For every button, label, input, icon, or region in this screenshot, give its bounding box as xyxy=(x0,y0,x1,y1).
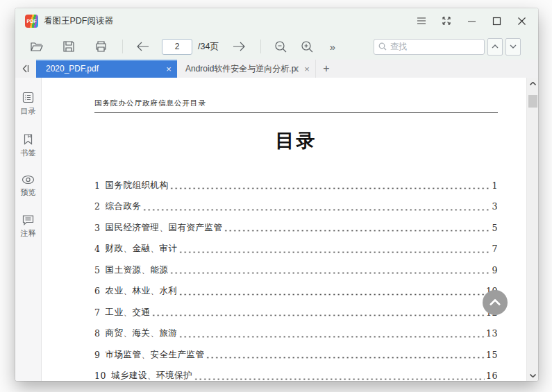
tab-bar: 2020_PDF.pdf × Android软件安全与逆向分析.pdf × + xyxy=(15,60,538,78)
sidebar-item-label: 目录 xyxy=(21,106,36,117)
toc-num: 1 xyxy=(94,180,100,191)
toc-num: 4 xyxy=(94,244,100,254)
sidebar-item-label: 书签 xyxy=(21,148,36,158)
open-file-icon[interactable] xyxy=(29,39,44,54)
toc-row[interactable]: 10城乡建设、环境保护16 xyxy=(94,366,498,382)
search-area xyxy=(374,38,521,56)
fullscreen-icon[interactable] xyxy=(441,15,452,26)
find-previous-button[interactable] xyxy=(487,38,503,56)
header-rule xyxy=(94,112,498,113)
search-box[interactable] xyxy=(374,39,485,55)
toc-list: 1国务院组织机构1 2综合政务3 3国民经济管理、国有资产监管5 4财政、金融、… xyxy=(94,175,498,381)
dot-leader xyxy=(178,239,490,260)
dot-leader xyxy=(194,366,485,382)
sidebar: 目录 书签 预览 注释 xyxy=(15,78,42,381)
back-to-top-button[interactable] xyxy=(483,290,508,315)
sidebar-item-label: 预览 xyxy=(21,187,36,198)
app-title: 看图王PDF阅读器 xyxy=(44,15,113,27)
tab-document-2[interactable]: Android软件安全与逆向分析.pdf × xyxy=(177,60,316,78)
page-number-input[interactable] xyxy=(162,39,192,55)
dot-leader xyxy=(142,196,490,218)
toc-title: 国务院组织机构 xyxy=(105,180,168,191)
toc-page: 3 xyxy=(492,201,498,212)
zoom-out-icon[interactable] xyxy=(274,39,289,54)
pdf-page: 国务院办公厅政府信息公开目录 目录 1国务院组织机构1 2综合政务3 3国民经济… xyxy=(42,78,526,381)
vertical-scrollbar[interactable] xyxy=(526,78,538,381)
toc-num: 9 xyxy=(94,350,100,360)
sidebar-item-toc[interactable]: 目录 xyxy=(21,92,36,117)
scrollbar-thumb[interactable] xyxy=(528,95,537,108)
bookmark-icon xyxy=(22,133,34,145)
new-tab-icon[interactable]: + xyxy=(316,60,337,78)
print-icon[interactable] xyxy=(93,39,108,54)
app-window: PDF 看图王PDF阅读器 xyxy=(15,8,538,381)
chevron-up-icon xyxy=(489,299,501,306)
toc-row[interactable]: 8商贸、海关、旅游13 xyxy=(94,323,498,345)
window-controls xyxy=(416,15,527,26)
document-title: 目录 xyxy=(94,130,498,152)
tab-document-1[interactable]: 2020_PDF.pdf × xyxy=(36,60,177,78)
dot-leader xyxy=(169,175,490,196)
toc-row[interactable]: 2综合政务3 xyxy=(94,196,498,218)
maximize-icon[interactable] xyxy=(491,15,502,26)
toc-row[interactable]: 4财政、金融、审计7 xyxy=(94,239,498,260)
save-icon[interactable] xyxy=(61,39,76,54)
scroll-up-icon[interactable] xyxy=(527,78,538,89)
next-page-icon[interactable] xyxy=(231,39,246,54)
menu-icon[interactable] xyxy=(416,15,427,26)
toc-page: 9 xyxy=(492,265,498,275)
toc-page: 5 xyxy=(492,223,498,233)
toc-row[interactable]: 9市场监管、安全生产监管15 xyxy=(94,344,498,366)
dot-leader xyxy=(151,302,485,323)
dot-leader xyxy=(178,323,485,345)
toc-page: 16 xyxy=(486,370,498,381)
tab-close-icon[interactable]: × xyxy=(299,64,315,74)
sidebar-item-annotations[interactable]: 注释 xyxy=(21,214,36,239)
dot-leader xyxy=(169,259,490,281)
more-tools-icon[interactable]: » xyxy=(325,39,340,54)
toolbar: /34页 » xyxy=(15,33,538,60)
title-bar: PDF 看图王PDF阅读器 xyxy=(15,8,538,33)
toc-num: 10 xyxy=(94,370,106,381)
search-icon xyxy=(378,42,387,51)
scroll-down-icon[interactable] xyxy=(527,370,538,381)
toc-title: 商贸、海关、旅游 xyxy=(105,327,177,339)
toc-title: 城乡建设、环境保护 xyxy=(111,370,192,381)
document-header: 国务院办公厅政府信息公开目录 xyxy=(94,99,498,108)
toc-title: 工业、交通 xyxy=(105,307,150,318)
toc-icon xyxy=(22,92,34,103)
toc-title: 农业、林业、水利 xyxy=(105,285,177,297)
toc-row[interactable]: 5国土资源、能源9 xyxy=(94,259,498,281)
dot-leader xyxy=(178,281,485,302)
toc-title: 国民经济管理、国有资产监管 xyxy=(105,222,222,234)
toc-row[interactable]: 6农业、林业、水利10 xyxy=(94,281,498,302)
toolbar-separator xyxy=(122,40,123,53)
toc-title: 国土资源、能源 xyxy=(105,264,168,276)
toolbar-separator xyxy=(260,40,261,53)
app-logo-icon: PDF xyxy=(25,15,38,28)
tab-close-icon[interactable]: × xyxy=(160,64,177,74)
toc-page: 1 xyxy=(492,180,498,191)
close-icon[interactable] xyxy=(516,15,527,26)
toc-title: 综合政务 xyxy=(105,201,141,212)
toc-row[interactable]: 1国务院组织机构1 xyxy=(94,175,498,196)
collapse-sidebar-icon[interactable] xyxy=(15,60,36,78)
sidebar-item-label: 注释 xyxy=(21,228,36,239)
page-total-label: /34页 xyxy=(198,41,219,53)
toc-row[interactable]: 3国民经济管理、国有资产监管5 xyxy=(94,217,498,239)
zoom-in-icon[interactable] xyxy=(300,39,315,54)
dot-leader xyxy=(206,344,485,366)
dot-leader xyxy=(224,217,490,239)
toc-title: 财政、金融、审计 xyxy=(105,243,177,255)
sidebar-item-preview[interactable]: 预览 xyxy=(21,175,36,198)
minimize-icon[interactable] xyxy=(466,15,477,26)
toc-num: 2 xyxy=(94,201,100,212)
sidebar-item-bookmarks[interactable]: 书签 xyxy=(21,133,36,158)
toc-row[interactable]: 7工业、交通12 xyxy=(94,302,498,323)
tab-label: 2020_PDF.pdf xyxy=(36,64,160,74)
find-next-button[interactable] xyxy=(505,38,521,56)
search-input[interactable] xyxy=(390,42,480,51)
toc-num: 7 xyxy=(94,307,100,318)
prev-page-icon[interactable] xyxy=(135,39,151,54)
document-viewport: 国务院办公厅政府信息公开目录 目录 1国务院组织机构1 2综合政务3 3国民经济… xyxy=(42,78,538,381)
